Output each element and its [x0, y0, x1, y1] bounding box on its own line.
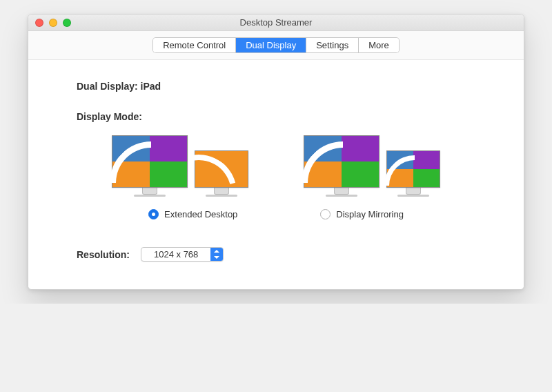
monitor-secondary-extended-icon [195, 150, 248, 188]
monitor-secondary-mirror-icon [386, 150, 440, 188]
resolution-row: Resolution: 1024 x 768 [77, 247, 475, 262]
tab-more[interactable]: More [359, 38, 399, 52]
close-icon[interactable] [35, 19, 43, 27]
tab-settings[interactable]: Settings [306, 38, 359, 52]
tab-remote-control[interactable]: Remote Control [153, 38, 236, 52]
app-window: Desktop Streamer Remote Control Dual Dis… [28, 14, 524, 290]
window-controls [35, 19, 71, 27]
chevron-down-icon[interactable] [210, 255, 223, 262]
monitor-primary-mirror-icon [304, 135, 379, 188]
resolution-value: 1024 x 768 [141, 248, 210, 261]
tab-dual-display[interactable]: Dual Display [236, 38, 306, 52]
page-title: Dual Display: iPad [77, 81, 475, 92]
display-mode-label: Display Mode: [77, 111, 475, 122]
mode-mirroring-illustration[interactable] [304, 135, 440, 197]
display-mode-illustrations [77, 135, 475, 197]
window-title: Desktop Streamer [28, 17, 524, 28]
titlebar: Desktop Streamer [28, 14, 524, 31]
select-stepper-icon[interactable] [210, 248, 223, 261]
mode-extended-illustration[interactable] [112, 135, 248, 197]
content-pane: Dual Display: iPad Display Mode: [28, 60, 524, 289]
zoom-icon[interactable] [63, 19, 71, 27]
tab-bar: Remote Control Dual Display Settings Mor… [28, 31, 524, 60]
resolution-select[interactable]: 1024 x 768 [141, 247, 224, 262]
minimize-icon[interactable] [49, 19, 57, 27]
chevron-up-icon[interactable] [210, 248, 223, 255]
tab-segmented-control: Remote Control Dual Display Settings Mor… [153, 38, 399, 52]
resolution-label: Resolution: [77, 249, 130, 260]
